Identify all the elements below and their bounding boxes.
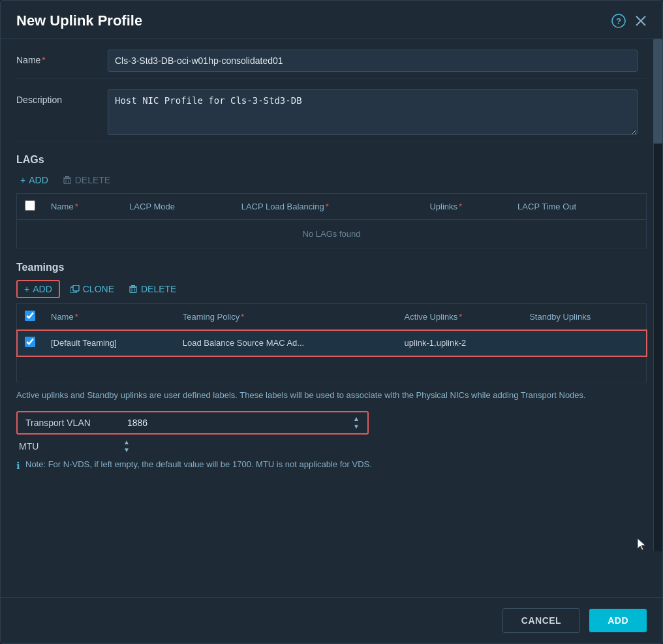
teamings-toolbar: + ADD CLONE DELETE — [16, 280, 647, 298]
teamings-add-plus-icon: + — [24, 284, 29, 294]
scrollbar-track[interactable] — [653, 39, 662, 551]
teamings-row-policy: Load Balance Source MAC Ad... — [175, 330, 397, 356]
lags-delete-button[interactable]: DELETE — [59, 172, 114, 188]
lags-uplinks-header: Uplinks* — [422, 194, 510, 220]
name-label: Name* — [16, 50, 108, 65]
new-uplink-profile-dialog: New Uplink Profile ? Name* — [0, 0, 663, 644]
mtu-spinners: ▲ ▼ — [121, 438, 132, 454]
mtu-decrement[interactable]: ▼ — [121, 446, 132, 454]
lags-lacp-timeout-header: LACP Time Out — [510, 194, 646, 220]
teamings-info-note: Active uplinks and Standby uplinks are u… — [16, 389, 647, 402]
dialog-header: New Uplink Profile ? — [1, 1, 662, 39]
transport-vlan-label: Transport VLAN — [18, 418, 122, 428]
name-required-star: * — [42, 55, 45, 65]
description-field-row: Description Host NIC Profile for Cls-3-S… — [16, 79, 647, 142]
transport-vlan-decrement[interactable]: ▼ — [350, 423, 362, 431]
svg-rect-5 — [65, 176, 69, 177]
scrollbar-thumb[interactable] — [653, 39, 662, 144]
teamings-row-active-uplinks: uplink-1,uplink-2 — [397, 330, 522, 356]
teamings-delete-button[interactable]: DELETE — [125, 281, 180, 297]
svg-rect-10 — [73, 285, 79, 291]
cancel-button[interactable]: CANCEL — [502, 608, 580, 633]
teamings-policy-header: Teaming Policy* — [175, 304, 397, 330]
name-input[interactable] — [108, 50, 638, 72]
teamings-add-button[interactable]: + ADD — [16, 280, 60, 298]
lags-table: Name* LACP Mode LACP Load Balancing* Upl… — [16, 193, 647, 249]
mtu-info-icon: ℹ — [16, 460, 20, 472]
mtu-increment[interactable]: ▲ — [121, 438, 132, 446]
svg-rect-12 — [131, 285, 135, 286]
mtu-note-text: Note: For N-VDS, if left empty, the defa… — [25, 459, 372, 469]
teamings-clone-label: CLONE — [83, 284, 114, 294]
dialog-body: Name* Description Host NIC Profile for C… — [1, 39, 662, 597]
lags-name-header: Name* — [43, 194, 121, 220]
lags-add-plus-icon: + — [20, 175, 25, 185]
cursor-pointer — [636, 537, 648, 553]
teamings-section-title: Teamings — [16, 262, 647, 273]
teamings-name-header: Name* — [43, 304, 175, 330]
description-input[interactable]: Host NIC Profile for Cls-3-Std3-DB — [108, 89, 638, 135]
svg-rect-6 — [64, 179, 70, 184]
mtu-label: MTU — [16, 441, 121, 452]
name-field-row: Name* — [16, 39, 647, 79]
add-button[interactable]: ADD — [589, 609, 647, 632]
teamings-row-name: [Default Teaming] — [43, 330, 175, 356]
lags-select-all-checkbox[interactable] — [25, 200, 35, 211]
delete-icon — [63, 176, 72, 185]
teamings-checkbox-header — [17, 304, 44, 330]
lags-delete-label: DELETE — [75, 175, 110, 185]
header-icons: ? — [611, 14, 647, 28]
teamings-add-label: ADD — [33, 284, 52, 294]
description-label: Description — [16, 89, 108, 105]
dialog-title: New Uplink Profile — [16, 12, 142, 29]
lags-toolbar: + ADD DELETE — [16, 172, 647, 188]
teamings-table: Name* Teaming Policy* Active Uplinks* St… — [16, 303, 647, 382]
teamings-standby-uplinks-header: Standby Uplinks — [521, 304, 646, 330]
lags-add-label: ADD — [29, 175, 48, 185]
teamings-select-all-checkbox[interactable] — [25, 311, 35, 321]
teamings-row-checkbox-cell — [17, 330, 44, 356]
lags-section-title: LAGs — [16, 154, 647, 166]
dialog-footer: CANCEL ADD — [1, 597, 662, 643]
lags-lacp-mode-header: LACP Mode — [121, 194, 234, 220]
teamings-delete-icon — [129, 284, 138, 294]
teamings-row-standby-uplinks — [521, 330, 646, 356]
lags-add-button[interactable]: + ADD — [16, 172, 52, 188]
lags-lacp-load-balancing-header: LACP Load Balancing* — [234, 194, 422, 220]
svg-text:?: ? — [616, 16, 621, 26]
transport-vlan-value: 1886 — [122, 418, 350, 428]
mtu-row: MTU ▲ ▼ — [16, 438, 369, 454]
teamings-active-uplinks-header: Active Uplinks* — [397, 304, 522, 330]
lags-no-data: No LAGs found — [17, 220, 647, 249]
mtu-note-row: ℹ Note: For N-VDS, if left empty, the de… — [16, 459, 647, 472]
svg-rect-13 — [130, 288, 136, 293]
close-button[interactable] — [635, 15, 647, 27]
clone-icon — [70, 285, 80, 293]
table-row[interactable]: [Default Teaming] Load Balance Source MA… — [17, 330, 647, 356]
teamings-clone-button[interactable]: CLONE — [67, 281, 118, 297]
transport-vlan-row: Transport VLAN 1886 ▲ ▼ — [16, 411, 369, 435]
help-button[interactable]: ? — [611, 14, 626, 28]
transport-vlan-increment[interactable]: ▲ — [350, 415, 362, 423]
teamings-delete-label: DELETE — [141, 284, 176, 294]
lags-checkbox-header — [17, 194, 44, 220]
teamings-row-checkbox[interactable] — [25, 337, 35, 347]
teamings-empty-row — [17, 356, 647, 382]
transport-vlan-spinners: ▲ ▼ — [350, 415, 362, 431]
